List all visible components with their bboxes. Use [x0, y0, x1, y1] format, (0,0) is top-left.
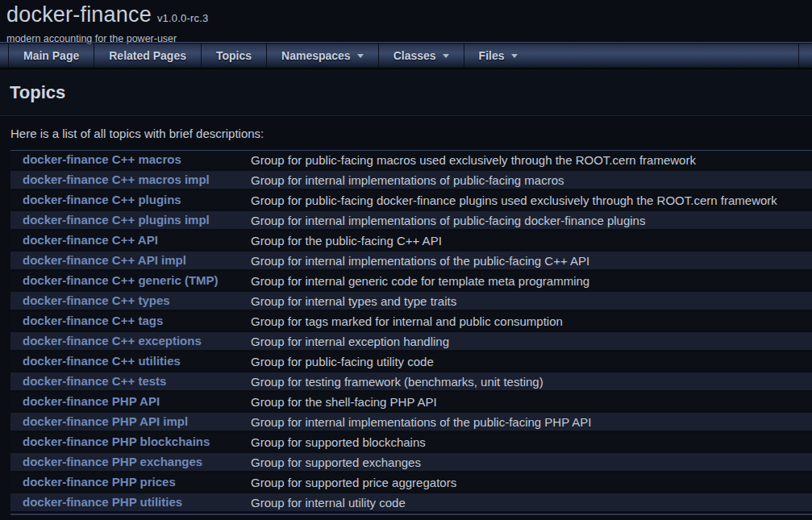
page-header: Topics [0, 69, 812, 116]
topic-description: Group for public-facing docker-finance p… [251, 193, 812, 207]
tab-related-pages[interactable]: Related Pages [94, 43, 201, 68]
tab-files[interactable]: Files [464, 43, 532, 68]
intro-text: Here is a list of all topics with brief … [10, 127, 812, 140]
table-row: docker-finance C++ pluginsGroup for publ… [10, 191, 812, 209]
topic-description: Group for supported price aggregators [251, 476, 812, 489]
topic-name-cell: docker-finance PHP API impl [10, 414, 251, 429]
navbar-right-separator [798, 43, 799, 68]
topic-link[interactable]: docker-finance C++ macros [23, 152, 181, 166]
topic-name-cell: docker-finance C++ plugins [10, 193, 251, 207]
topic-description: Group for internal implementations of pu… [251, 214, 812, 227]
topic-description: Group for internal implementations of th… [251, 415, 812, 429]
topic-description: Group for internal utility code [251, 496, 812, 510]
topic-description: Group for public-facing utility code [251, 355, 812, 368]
topic-link[interactable]: docker-finance C++ macros impl [23, 173, 210, 186]
topic-link[interactable]: docker-finance C++ plugins [23, 193, 181, 206]
topic-name-cell: docker-finance C++ utilities [10, 354, 251, 368]
tab-label: Classes [394, 49, 436, 62]
tab-main-page[interactable]: Main Page [8, 43, 94, 68]
table-row: docker-finance C++ typesGroup for intern… [10, 292, 812, 310]
table-row: docker-finance PHP pricesGroup for suppo… [10, 473, 812, 491]
topic-name-cell: docker-finance C++ macros impl [10, 173, 251, 187]
topic-name-cell: docker-finance C++ tags [10, 314, 251, 328]
topic-name-cell: docker-finance C++ macros [10, 152, 251, 167]
table-row: docker-finance C++ APIGroup for the publ… [10, 231, 812, 249]
next-row-partial-edge [10, 514, 812, 515]
chevron-down-icon [357, 54, 364, 58]
topic-link[interactable]: docker-finance C++ tags [23, 314, 163, 327]
topic-link[interactable]: docker-finance C++ API impl [23, 253, 186, 267]
topic-link[interactable]: docker-finance PHP API impl [23, 414, 188, 428]
table-row: docker-finance PHP exchangesGroup for su… [10, 453, 812, 471]
topic-description: Group for the public-facing C++ API [251, 234, 812, 248]
topic-link[interactable]: docker-finance C++ API [23, 233, 158, 247]
chevron-down-icon [443, 54, 449, 58]
topic-name-cell: docker-finance C++ tests [10, 374, 251, 389]
topic-link[interactable]: docker-finance C++ plugins impl [23, 213, 210, 227]
navbar: Main PageRelated PagesTopicsNamespacesCl… [0, 42, 812, 69]
topic-description: Group for the shell-facing PHP API [251, 395, 812, 409]
topics-table: docker-finance C++ macrosGroup for publi… [10, 150, 812, 515]
chevron-down-icon [511, 54, 518, 58]
table-row: docker-finance C++ testsGroup for testin… [10, 372, 812, 390]
table-row: docker-finance C++ API implGroup for int… [10, 252, 812, 269]
tab-label: Files [479, 49, 505, 62]
table-row: docker-finance C++ macros implGroup for … [10, 171, 812, 189]
topic-link[interactable]: docker-finance PHP prices [23, 475, 176, 489]
topic-name-cell: docker-finance C++ types [10, 293, 251, 308]
table-row: docker-finance C++ plugins implGroup for… [10, 211, 812, 229]
tab-classes[interactable]: Classes [378, 43, 464, 68]
topic-name-cell: docker-finance PHP exchanges [10, 455, 251, 469]
project-name: docker-financev1.0.0-rc.3 [6, 2, 812, 31]
topic-description: Group for internal exception handling [251, 335, 812, 348]
topic-name-cell: docker-finance PHP utilities [10, 495, 251, 510]
topic-description: Group for supported blockchains [251, 435, 812, 449]
topic-link[interactable]: docker-finance C++ types [23, 293, 170, 307]
topic-link[interactable]: docker-finance C++ generic (TMP) [23, 273, 219, 287]
topic-name-cell: docker-finance C++ generic (TMP) [10, 273, 251, 288]
topic-name-cell: docker-finance C++ API [10, 233, 251, 248]
topic-link[interactable]: docker-finance PHP API [23, 394, 160, 408]
table-row: docker-finance C++ generic (TMP)Group fo… [10, 272, 812, 289]
table-row: docker-finance C++ tagsGroup for tags ma… [10, 312, 812, 330]
project-name-text: docker-finance [6, 2, 152, 27]
topic-description: Group for internal implementations of pu… [251, 173, 812, 187]
topic-name-cell: docker-finance C++ API impl [10, 253, 251, 268]
topic-description: Group for internal implementations of th… [251, 254, 812, 268]
topic-description: Group for testing framework (benchmarks,… [251, 375, 812, 389]
topic-description: Group for supported exchanges [251, 456, 812, 469]
topic-name-cell: docker-finance PHP blockchains [10, 435, 251, 449]
topic-link[interactable]: docker-finance PHP utilities [23, 495, 182, 509]
topic-description: Group for public-facing macros used excl… [251, 153, 812, 167]
tab-label: Related Pages [109, 49, 186, 62]
topic-link[interactable]: docker-finance C++ tests [23, 374, 166, 388]
title-area: docker-financev1.0.0-rc.3 modern account… [0, 0, 812, 42]
topic-name-cell: docker-finance C++ exceptions [10, 334, 251, 348]
tab-label: Namespaces [281, 49, 351, 62]
tab-label: Main Page [23, 49, 79, 62]
contents: Here is a list of all topics with brief … [0, 116, 812, 515]
project-version: v1.0.0-rc.3 [157, 12, 209, 24]
table-row: docker-finance PHP APIGroup for the shel… [10, 393, 812, 410]
tab-namespaces[interactable]: Namespaces [266, 43, 378, 68]
table-row: docker-finance C++ utilitiesGroup for pu… [10, 352, 812, 370]
topic-link[interactable]: docker-finance C++ utilities [23, 354, 181, 368]
topic-link[interactable]: docker-finance PHP blockchains [23, 435, 210, 448]
topic-name-cell: docker-finance PHP API [10, 394, 251, 409]
topic-description: Group for tags marked for internal and p… [251, 314, 812, 328]
table-row: docker-finance C++ exceptionsGroup for i… [10, 332, 812, 350]
tab-label: Topics [216, 49, 252, 62]
table-row: docker-finance C++ macrosGroup for publi… [10, 151, 812, 168]
topic-description: Group for internal types and type traits [251, 294, 812, 308]
topic-link[interactable]: docker-finance C++ exceptions [23, 334, 202, 347]
tab-topics[interactable]: Topics [201, 43, 266, 68]
page-title: Topics [10, 82, 800, 103]
table-row: docker-finance PHP utilitiesGroup for in… [10, 493, 812, 511]
topic-name-cell: docker-finance C++ plugins impl [10, 213, 251, 227]
table-row: docker-finance PHP blockchainsGroup for … [10, 433, 812, 451]
topic-name-cell: docker-finance PHP prices [10, 475, 251, 489]
table-row: docker-finance PHP API implGroup for int… [10, 413, 812, 431]
topic-link[interactable]: docker-finance PHP exchanges [23, 455, 202, 468]
topic-description: Group for internal generic code for temp… [251, 274, 812, 288]
